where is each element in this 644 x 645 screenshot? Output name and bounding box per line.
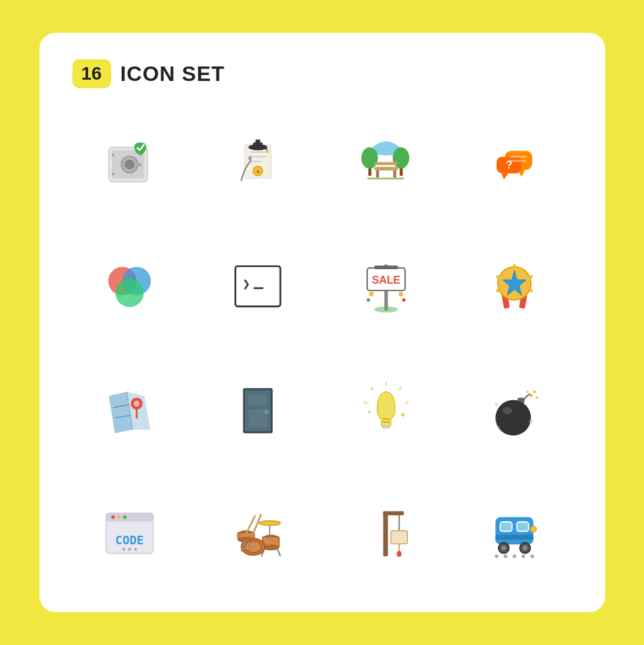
svg-point-138 [522, 555, 525, 558]
svg-text:★: ★ [256, 168, 260, 174]
svg-rect-124 [391, 531, 407, 544]
svg-point-139 [530, 555, 533, 558]
svg-point-132 [501, 546, 506, 550]
svg-point-23 [361, 147, 378, 168]
svg-point-137 [512, 555, 516, 558]
svg-point-50 [366, 298, 370, 301]
svg-point-40 [115, 279, 143, 307]
svg-text:✦: ✦ [367, 408, 372, 415]
icon-question-chat: ? [457, 112, 572, 216]
svg-point-68 [134, 400, 139, 406]
svg-point-52 [374, 307, 398, 313]
svg-point-98 [111, 515, 114, 519]
icon-lightbulb: ✦ ✦ [329, 359, 444, 463]
svg-point-57 [512, 265, 516, 268]
svg-rect-27 [374, 162, 398, 165]
svg-text:SALE: SALE [372, 274, 400, 286]
icon-gallows [329, 482, 444, 586]
icon-terminal: ❯ [201, 236, 316, 340]
icon-diploma: ★ [201, 112, 316, 216]
badge-number: 16 [72, 59, 111, 88]
svg-point-49 [399, 292, 403, 296]
svg-point-136 [504, 555, 507, 558]
svg-point-100 [123, 515, 126, 519]
svg-rect-122 [384, 511, 405, 515]
svg-rect-47 [374, 266, 398, 269]
svg-rect-28 [376, 170, 380, 178]
svg-rect-26 [374, 167, 398, 170]
icon-park-bench [329, 112, 444, 216]
svg-point-48 [369, 292, 374, 296]
svg-rect-30 [367, 177, 404, 179]
svg-point-135 [495, 555, 498, 558]
svg-point-61 [496, 289, 499, 292]
svg-point-59 [530, 275, 533, 278]
svg-rect-13 [255, 140, 260, 144]
svg-point-51 [402, 298, 405, 301]
svg-point-92 [495, 403, 498, 406]
svg-rect-73 [249, 394, 268, 406]
svg-point-91 [503, 407, 512, 414]
icon-door [201, 359, 316, 463]
icon-sale-sign: SALE [329, 236, 444, 340]
icon-drum-set [201, 482, 316, 586]
header: 16 ICON SET [72, 59, 572, 88]
svg-line-77 [371, 387, 374, 390]
main-card: 16 ICON SET [39, 33, 605, 612]
svg-point-87 [526, 390, 529, 393]
svg-marker-34 [501, 173, 508, 179]
svg-point-117 [259, 521, 280, 525]
icon-train [457, 482, 572, 586]
svg-line-79 [364, 401, 367, 403]
svg-rect-4 [137, 163, 141, 166]
svg-point-25 [393, 147, 409, 168]
svg-point-6 [112, 172, 115, 176]
svg-line-78 [405, 401, 409, 403]
svg-point-140 [530, 527, 536, 532]
svg-point-93 [530, 419, 533, 423]
svg-point-90 [495, 400, 531, 436]
svg-rect-29 [393, 170, 397, 178]
svg-point-94 [497, 426, 500, 429]
svg-point-114 [237, 537, 254, 543]
svg-point-134 [523, 546, 528, 550]
svg-point-104 [134, 548, 137, 551]
svg-point-3 [126, 160, 134, 168]
svg-point-5 [112, 153, 115, 157]
svg-point-99 [117, 515, 120, 519]
svg-text:✦: ✦ [399, 411, 407, 420]
svg-point-126 [397, 551, 401, 557]
svg-text:❯: ❯ [243, 276, 251, 292]
page-title: ICON SET [120, 62, 225, 86]
icon-map-pin [72, 359, 187, 463]
svg-rect-82 [383, 425, 390, 428]
svg-rect-129 [517, 522, 529, 531]
svg-rect-128 [500, 522, 512, 531]
icon-star-badge [457, 236, 572, 340]
svg-rect-121 [384, 511, 388, 556]
svg-line-109 [277, 548, 280, 557]
icon-code-window: CODE [72, 482, 187, 586]
svg-point-86 [533, 390, 536, 394]
svg-rect-74 [249, 409, 268, 427]
svg-rect-130 [495, 535, 533, 540]
svg-line-76 [399, 387, 402, 390]
icon-secure-safe [72, 112, 187, 216]
svg-point-15 [266, 150, 269, 153]
svg-point-60 [530, 289, 533, 292]
svg-point-102 [122, 548, 126, 551]
icons-grid: ★ [72, 112, 572, 586]
svg-point-111 [245, 541, 261, 553]
svg-point-88 [535, 396, 538, 399]
icon-color-circles [72, 236, 187, 340]
svg-point-58 [496, 275, 499, 278]
svg-text:CODE: CODE [115, 533, 143, 547]
icon-bomb [457, 359, 572, 463]
svg-point-103 [128, 548, 132, 551]
